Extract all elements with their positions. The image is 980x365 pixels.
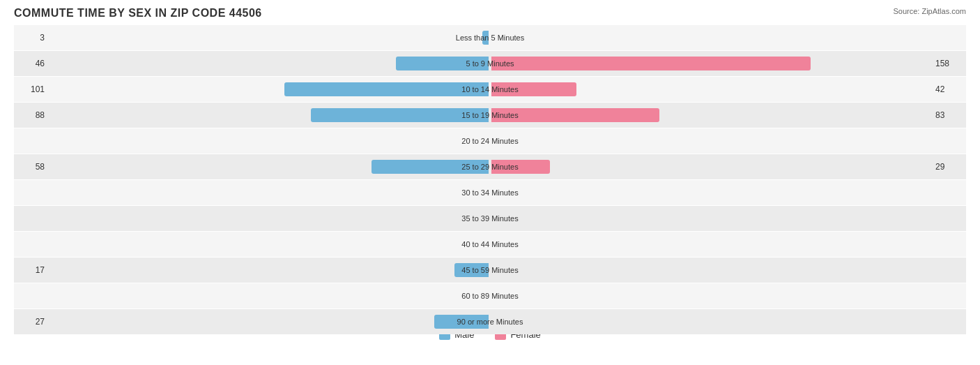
bars-area: 10 to 14 Minutes [49,77,931,102]
table-row: 30 to 34 Minutes [14,180,966,205]
bar-male [482,31,489,45]
bar-female-wrap [490,288,931,304]
bar-male [311,108,489,122]
bar-female-wrap [490,107,931,123]
bar-male [284,82,489,96]
bar-female-wrap [490,159,931,174]
bars-area: 90 or more Minutes [49,309,931,334]
bar-male-wrap [49,211,490,226]
right-value: 29 [931,162,966,172]
right-value: 83 [931,110,966,120]
bar-male [396,57,489,70]
bars-area: 5 to 9 Minutes [49,51,931,76]
bar-male-wrap [49,56,490,71]
left-value: 17 [14,265,49,275]
bars-area: 30 to 34 Minutes [49,180,931,205]
table-row: 20 to 24 Minutes [14,128,966,154]
table-row: 88 15 to 19 Minutes 83 [14,103,966,128]
bar-male [434,315,489,329]
bar-male-wrap [49,288,490,304]
right-value: 42 [931,84,966,94]
left-value: 3 [14,33,49,43]
left-value: 27 [14,317,49,327]
bar-female [491,57,811,70]
bar-female-wrap [490,314,931,329]
bar-female [491,160,550,174]
table-row: 3 Less than 5 Minutes [14,25,966,50]
bar-female-wrap [490,211,931,226]
left-value: 46 [14,59,49,68]
table-row: 46 5 to 9 Minutes 158 [14,51,966,76]
bar-female-wrap [490,185,931,200]
bar-male-wrap [49,82,490,97]
bar-female-wrap [490,262,931,278]
bar-female [491,82,576,96]
source-label: Source: ZipAtlas.com [893,7,966,15]
bar-male-wrap [49,314,490,329]
table-row: 27 90 or more Minutes [14,309,966,334]
bar-female-wrap [490,30,931,45]
bar-male [454,263,489,277]
bar-female [491,108,659,122]
bars-area: Less than 5 Minutes [49,25,931,50]
left-value: 58 [14,162,49,172]
bars-area: 35 to 39 Minutes [49,206,931,231]
right-value: 158 [931,59,966,68]
bar-female-wrap [490,237,931,252]
bars-area: 25 to 29 Minutes [49,154,931,179]
table-row: 17 45 to 59 Minutes [14,258,966,283]
bars-area: 45 to 59 Minutes [49,258,931,283]
bar-male-wrap [49,159,490,174]
bar-male-wrap [49,133,490,149]
table-row: 40 to 44 Minutes [14,232,966,257]
table-row: 60 to 89 Minutes [14,283,966,308]
bar-male-wrap [49,107,490,123]
chart-title: COMMUTE TIME BY SEX IN ZIP CODE 44506 [14,7,966,20]
chart-container: COMMUTE TIME BY SEX IN ZIP CODE 44506 So… [0,0,980,365]
bar-female-wrap [490,82,931,97]
left-value: 101 [14,84,49,94]
table-row: 101 10 to 14 Minutes 42 [14,77,966,102]
chart-area: 3 Less than 5 Minutes 46 5 to 9 Minutes [14,25,966,313]
bar-male-wrap [49,262,490,278]
bars-area: 40 to 44 Minutes [49,232,931,257]
bar-female-wrap [490,133,931,149]
bar-male [372,160,489,174]
bar-male-wrap [49,237,490,252]
bar-male-wrap [49,185,490,200]
bars-area: 20 to 24 Minutes [49,128,931,154]
table-row: 35 to 39 Minutes [14,206,966,231]
table-row: 58 25 to 29 Minutes 29 [14,154,966,179]
left-value: 88 [14,110,49,120]
bars-area: 60 to 89 Minutes [49,283,931,308]
bar-female-wrap [490,56,931,71]
bar-male-wrap [49,30,490,45]
bars-area: 15 to 19 Minutes [49,103,931,128]
